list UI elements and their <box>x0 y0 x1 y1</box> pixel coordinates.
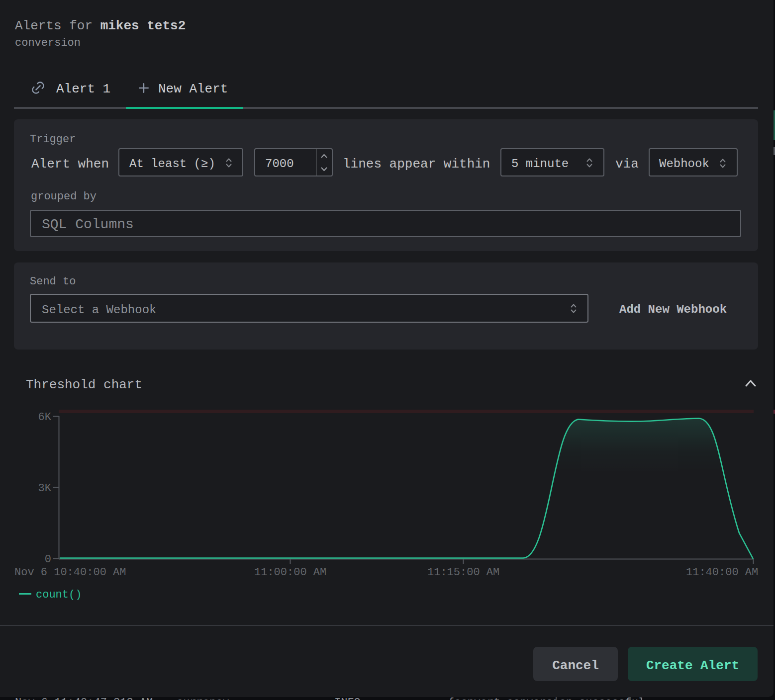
svg-text:11:15:00 AM: 11:15:00 AM <box>427 566 499 579</box>
svg-text:11:00:00 AM: 11:00:00 AM <box>254 566 326 579</box>
svg-text:6K: 6K <box>38 411 52 424</box>
svg-text:count(): count() <box>36 589 82 601</box>
svg-text:3K: 3K <box>38 482 52 495</box>
svg-text:Nov 6 10:40:00 AM: Nov 6 10:40:00 AM <box>14 566 126 579</box>
svg-text:0: 0 <box>45 553 51 566</box>
svg-text:11:40:00 AM: 11:40:00 AM <box>686 566 758 579</box>
